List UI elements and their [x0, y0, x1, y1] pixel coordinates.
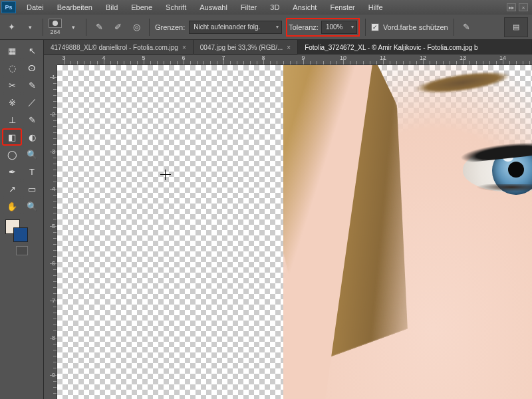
grenzen-dropdown[interactable]: Nicht aufeinander folg. — [189, 21, 282, 34]
tool-hand[interactable]: ✋ — [3, 198, 21, 214]
tool-patch[interactable]: ※ — [3, 94, 21, 110]
close-icon[interactable]: × — [519, 3, 528, 11]
close-icon[interactable]: × — [287, 44, 291, 51]
crosshair-cursor-icon — [160, 170, 171, 180]
tool-zoom[interactable]: 🔍 — [23, 198, 41, 214]
menu-schrift[interactable]: Schrift — [159, 0, 193, 15]
color-swatches[interactable] — [0, 217, 43, 246]
menu-bar: Ps Datei Bearbeiten Bild Ebene Schrift A… — [0, 0, 532, 15]
image-content — [283, 65, 532, 399]
toleranz-label: Toleranz: — [289, 23, 319, 31]
protect-fg-checkbox[interactable]: ✓ — [371, 23, 379, 31]
tab-doc-2[interactable]: 0047.jpg bei 33,3% (RGB/... × — [194, 40, 298, 55]
tool-stamp[interactable]: ⊥ — [3, 112, 21, 128]
brush-preview[interactable]: 264 — [49, 19, 62, 35]
menu-hilfe[interactable]: Hilfe — [362, 0, 390, 15]
ruler-vertical: 123456789 — [44, 65, 57, 399]
tool-marquee[interactable]: ◌ — [3, 60, 21, 76]
tool-preset-icon[interactable]: ✦ — [4, 20, 19, 35]
chevron-down-icon[interactable]: ▾ — [66, 20, 80, 35]
menu-datei[interactable]: Datei — [20, 0, 51, 15]
menu-ansicht[interactable]: Ansicht — [286, 0, 323, 15]
tool-path[interactable]: ↗ — [3, 181, 21, 197]
document-tabs: 41749888_XL© danielkrol - Fotolia.com.jp… — [44, 40, 532, 55]
tool-brush[interactable]: ／ — [23, 94, 41, 110]
brush-panel-icon[interactable]: ✐ — [110, 20, 125, 35]
background-swatch[interactable] — [13, 227, 28, 242]
panel-toggle-icon[interactable]: ▤ — [504, 17, 528, 37]
protect-fg-label: Vord.farbe schützen — [383, 23, 448, 31]
tool-hist[interactable]: ✎ — [23, 112, 41, 128]
tool-freebrush[interactable]: ⵙ — [23, 60, 41, 76]
menu-3d[interactable]: 3D — [263, 0, 286, 15]
tool-arrow[interactable]: ↖ — [23, 43, 41, 59]
menu-auswahl[interactable]: Auswahl — [193, 0, 234, 15]
tool-dock: ▦↖◌ⵙ✂✎※／⊥✎◧◐◯🔍✒T↗▭✋🔍 — [0, 40, 44, 399]
ruler-horizontal: 34567891011121314 — [57, 55, 532, 65]
sample-icon[interactable]: ◎ — [129, 20, 144, 35]
tab-label: 0047.jpg bei 33,3% (RGB/... — [200, 44, 283, 51]
collapse-icon[interactable]: ▸▸ — [507, 3, 516, 11]
tool-rect[interactable]: ▭ — [23, 181, 41, 197]
tool-sponge[interactable]: ◐ — [23, 129, 41, 145]
options-bar: ✦ ▾ 264 ▾ ✎ ✐ ◎ Grenzen: Nicht aufeinand… — [0, 15, 532, 40]
tool-type[interactable]: T — [23, 164, 41, 180]
menu-bearbeiten[interactable]: Bearbeiten — [51, 0, 99, 15]
toleranz-dropdown[interactable]: 100% — [321, 21, 357, 34]
grenzen-label: Grenzen: — [155, 23, 185, 31]
window-buttons: ▸▸ × — [507, 3, 532, 11]
tool-dodge[interactable]: ◯ — [3, 146, 21, 162]
brush-size-value: 264 — [50, 29, 60, 35]
menu-ebene[interactable]: Ebene — [124, 0, 159, 15]
quickmask-icon[interactable] — [0, 246, 43, 255]
chevron-down-icon[interactable]: ▾ — [23, 20, 37, 35]
menu-fenster[interactable]: Fenster — [323, 0, 361, 15]
close-icon[interactable]: × — [182, 44, 186, 51]
tool-move[interactable]: ▦ — [3, 43, 21, 59]
brush-settings-icon[interactable]: ✎ — [92, 20, 106, 35]
photoshop-logo-icon: Ps — [1, 1, 16, 13]
canvas[interactable] — [57, 65, 532, 399]
tool-eyedrop[interactable]: ✎ — [23, 77, 41, 93]
tablet-pressure-icon[interactable]: ✎ — [460, 20, 474, 35]
tool-pen[interactable]: ✒ — [3, 164, 21, 180]
menu-bild[interactable]: Bild — [99, 0, 124, 15]
tool-zoom2[interactable]: 🔍 — [23, 146, 41, 162]
tab-label: 41749888_XL© danielkrol - Fotolia.com.jp… — [51, 44, 178, 51]
tab-doc-1[interactable]: 41749888_XL© danielkrol - Fotolia.com.jp… — [44, 40, 194, 55]
tab-label: Fotolia_3724672_XL - © Amir Kaljikovic -… — [305, 44, 477, 51]
menu-filter[interactable]: Filter — [234, 0, 263, 15]
tab-doc-3[interactable]: Fotolia_3724672_XL - © Amir Kaljikovic -… — [298, 40, 532, 55]
tool-crop[interactable]: ✂ — [3, 77, 21, 93]
tool-bg-eraser[interactable]: ◧ — [3, 129, 21, 145]
toleranz-highlight: Toleranz: 100% — [286, 18, 360, 37]
